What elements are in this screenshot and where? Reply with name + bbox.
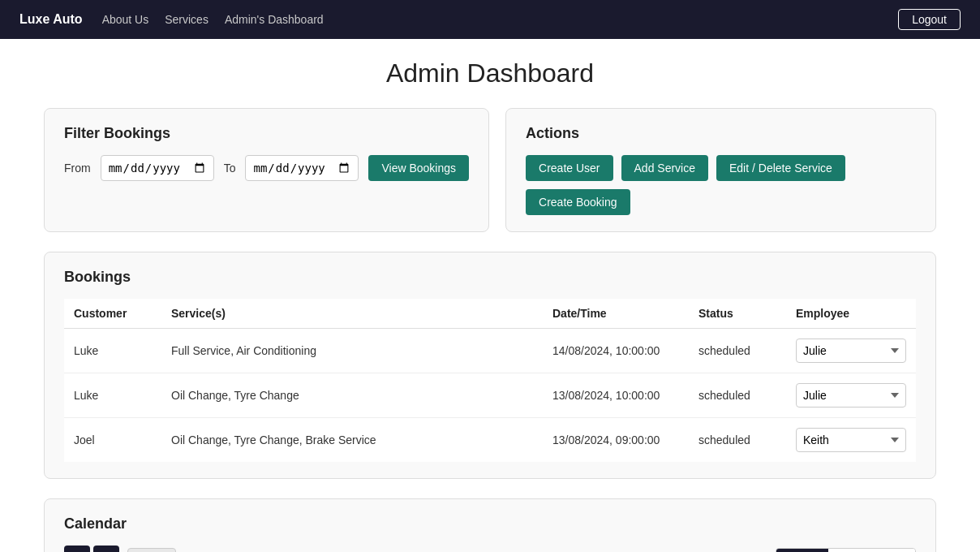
from-date-input[interactable] bbox=[101, 155, 214, 181]
navbar-link-dashboard[interactable]: Admin's Dashboard bbox=[225, 13, 324, 26]
row3-datetime: 13/08/2024, 09:00:00 bbox=[543, 418, 689, 463]
row3-status: scheduled bbox=[689, 418, 786, 463]
row1-employee-select[interactable]: Julie Keith bbox=[796, 339, 906, 363]
table-row: Luke Full Service, Air Conditioning 14/0… bbox=[64, 329, 916, 373]
cal-prev-button[interactable]: ‹ bbox=[64, 546, 90, 552]
page-title: Admin Dashboard bbox=[44, 58, 936, 88]
bookings-table: Customer Service(s) Date/Time Status Emp… bbox=[64, 299, 916, 462]
filter-bookings-card: Filter Bookings From To View Bookings bbox=[44, 108, 489, 232]
cal-month-title: August 2024 bbox=[184, 548, 767, 552]
cal-today-button[interactable]: today bbox=[127, 548, 176, 552]
to-label: To bbox=[224, 162, 236, 175]
bookings-section: Bookings Customer Service(s) Date/Time S… bbox=[44, 252, 936, 479]
cards-row: Filter Bookings From To View Bookings Ac… bbox=[44, 108, 936, 232]
row1-customer: Luke bbox=[64, 329, 161, 373]
actions-card: Actions Create User Add Service Edit / D… bbox=[505, 108, 936, 232]
navbar: Luxe Auto About Us Services Admin's Dash… bbox=[0, 0, 980, 39]
bookings-table-head: Customer Service(s) Date/Time Status Emp… bbox=[64, 299, 916, 329]
table-row: Joel Oil Change, Tyre Change, Brake Serv… bbox=[64, 418, 916, 463]
calendar-header: ‹ › today August 2024 month week day bbox=[64, 546, 916, 552]
row2-customer: Luke bbox=[64, 373, 161, 418]
from-label: From bbox=[64, 162, 91, 175]
actions-title: Actions bbox=[526, 125, 916, 142]
col-status: Status bbox=[689, 299, 786, 329]
filter-row: From To View Bookings bbox=[64, 155, 469, 181]
col-datetime: Date/Time bbox=[543, 299, 689, 329]
calendar-section: Calendar ‹ › today August 2024 month wee… bbox=[44, 498, 936, 552]
row1-status: scheduled bbox=[689, 329, 786, 373]
actions-buttons-row: Create User Add Service Edit / Delete Se… bbox=[526, 155, 916, 215]
to-date-input[interactable] bbox=[245, 155, 359, 181]
view-bookings-button[interactable]: View Bookings bbox=[368, 155, 469, 181]
table-row: Luke Oil Change, Tyre Change 13/08/2024,… bbox=[64, 373, 916, 418]
add-service-button[interactable]: Add Service bbox=[621, 155, 708, 181]
row1-employee-cell: Julie Keith bbox=[786, 329, 916, 373]
bookings-table-body: Luke Full Service, Air Conditioning 14/0… bbox=[64, 329, 916, 463]
create-booking-button[interactable]: Create Booking bbox=[526, 189, 630, 215]
bookings-title: Bookings bbox=[64, 269, 916, 286]
navbar-brand: Luxe Auto bbox=[19, 12, 83, 27]
row2-status: scheduled bbox=[689, 373, 786, 418]
cal-view-buttons: month week day bbox=[776, 548, 916, 553]
row3-employee-select[interactable]: Julie Keith bbox=[796, 428, 906, 452]
cal-nav-group: ‹ › bbox=[64, 546, 119, 552]
cal-next-button[interactable]: › bbox=[93, 546, 119, 552]
row3-services: Oil Change, Tyre Change, Brake Service bbox=[161, 418, 543, 463]
calendar-title: Calendar bbox=[64, 515, 916, 533]
col-employee: Employee bbox=[786, 299, 916, 329]
navbar-link-services[interactable]: Services bbox=[165, 13, 208, 26]
row3-employee-cell: Julie Keith bbox=[786, 418, 916, 463]
cal-view-week[interactable]: week bbox=[828, 549, 875, 553]
logout-button[interactable]: Logout bbox=[898, 9, 961, 30]
page-content: Admin Dashboard Filter Bookings From To … bbox=[11, 39, 969, 552]
row1-services: Full Service, Air Conditioning bbox=[161, 329, 543, 373]
row2-employee-cell: Julie Keith bbox=[786, 373, 916, 418]
bookings-header-row: Customer Service(s) Date/Time Status Emp… bbox=[64, 299, 916, 329]
row2-datetime: 13/08/2024, 10:00:00 bbox=[543, 373, 689, 418]
cal-view-month[interactable]: month bbox=[776, 549, 828, 553]
cal-view-day[interactable]: day bbox=[875, 549, 915, 553]
filter-bookings-title: Filter Bookings bbox=[64, 125, 469, 142]
row2-employee-select[interactable]: Julie Keith bbox=[796, 383, 906, 408]
create-user-button[interactable]: Create User bbox=[526, 155, 612, 181]
row2-services: Oil Change, Tyre Change bbox=[161, 373, 543, 418]
row3-customer: Joel bbox=[64, 418, 161, 463]
row1-datetime: 14/08/2024, 10:00:00 bbox=[543, 329, 689, 373]
navbar-link-about[interactable]: About Us bbox=[102, 13, 149, 26]
edit-delete-service-button[interactable]: Edit / Delete Service bbox=[716, 155, 845, 181]
navbar-links: About Us Services Admin's Dashboard bbox=[102, 13, 879, 26]
col-customer: Customer bbox=[64, 299, 161, 329]
col-services: Service(s) bbox=[161, 299, 543, 329]
